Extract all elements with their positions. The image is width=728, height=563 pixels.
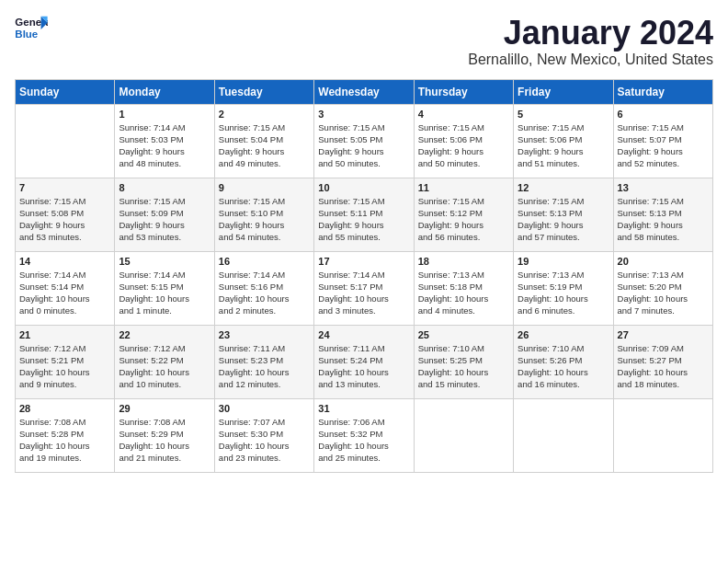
day-number: 8: [119, 182, 210, 193]
calendar-cell: 11Sunrise: 7:15 AMSunset: 5:12 PMDayligh…: [414, 178, 513, 251]
calendar-cell: 10Sunrise: 7:15 AMSunset: 5:11 PMDayligh…: [314, 178, 414, 251]
calendar-body: 1Sunrise: 7:14 AMSunset: 5:03 PMDaylight…: [16, 104, 713, 472]
day-number: 3: [318, 109, 409, 120]
day-info: Sunrise: 7:06 AMSunset: 5:32 PMDaylight:…: [318, 416, 409, 465]
calendar-cell: 24Sunrise: 7:11 AMSunset: 5:24 PMDayligh…: [314, 325, 414, 398]
calendar-cell: [414, 398, 513, 472]
day-number: 18: [418, 256, 509, 267]
logo: General Blue: [15, 15, 48, 42]
day-number: 9: [219, 182, 310, 193]
day-number: 10: [318, 182, 409, 193]
title-block: January 2024 Bernalillo, New Mexico, Uni…: [468, 15, 713, 68]
day-number: 25: [418, 329, 509, 340]
calendar-cell: 8Sunrise: 7:15 AMSunset: 5:09 PMDaylight…: [115, 178, 214, 251]
day-number: 15: [119, 256, 210, 267]
day-number: 31: [318, 403, 409, 414]
day-info: Sunrise: 7:13 AMSunset: 5:19 PMDaylight:…: [518, 269, 609, 317]
day-info: Sunrise: 7:11 AMSunset: 5:24 PMDaylight:…: [318, 342, 409, 391]
day-number: 20: [618, 256, 709, 267]
day-number: 12: [518, 182, 609, 193]
logo-icon: General Blue: [15, 15, 48, 42]
day-number: 24: [318, 329, 409, 340]
calendar-cell: 3Sunrise: 7:15 AMSunset: 5:05 PMDaylight…: [314, 104, 414, 178]
day-number: 23: [219, 329, 310, 340]
day-info: Sunrise: 7:15 AMSunset: 5:04 PMDaylight:…: [219, 121, 310, 170]
day-info: Sunrise: 7:11 AMSunset: 5:23 PMDaylight:…: [219, 342, 310, 391]
week-row-4: 28Sunrise: 7:08 AMSunset: 5:28 PMDayligh…: [16, 398, 713, 472]
calendar-cell: 26Sunrise: 7:10 AMSunset: 5:26 PMDayligh…: [514, 325, 613, 398]
day-number: 11: [418, 182, 509, 193]
day-number: 19: [518, 256, 609, 267]
day-info: Sunrise: 7:07 AMSunset: 5:30 PMDaylight:…: [219, 416, 310, 465]
day-header-tuesday: Tuesday: [214, 79, 313, 104]
calendar-cell: 22Sunrise: 7:12 AMSunset: 5:22 PMDayligh…: [115, 325, 214, 398]
day-header-saturday: Saturday: [613, 79, 712, 104]
calendar-cell: [514, 398, 613, 472]
calendar-cell: [613, 398, 712, 472]
calendar-cell: 21Sunrise: 7:12 AMSunset: 5:21 PMDayligh…: [16, 325, 115, 398]
day-number: 26: [518, 329, 609, 340]
day-info: Sunrise: 7:08 AMSunset: 5:29 PMDaylight:…: [119, 416, 210, 465]
location: Bernalillo, New Mexico, United States: [468, 52, 713, 68]
day-info: Sunrise: 7:13 AMSunset: 5:20 PMDaylight:…: [618, 269, 709, 317]
calendar-cell: 5Sunrise: 7:15 AMSunset: 5:06 PMDaylight…: [514, 104, 613, 178]
day-info: Sunrise: 7:15 AMSunset: 5:13 PMDaylight:…: [618, 195, 709, 244]
day-info: Sunrise: 7:08 AMSunset: 5:28 PMDaylight:…: [19, 416, 110, 465]
day-header-sunday: Sunday: [16, 79, 115, 104]
calendar-cell: 29Sunrise: 7:08 AMSunset: 5:29 PMDayligh…: [115, 398, 214, 472]
calendar-cell: 12Sunrise: 7:15 AMSunset: 5:13 PMDayligh…: [514, 178, 613, 251]
calendar-cell: 9Sunrise: 7:15 AMSunset: 5:10 PMDaylight…: [214, 178, 313, 251]
calendar-cell: 16Sunrise: 7:14 AMSunset: 5:16 PMDayligh…: [214, 251, 313, 325]
calendar-cell: 13Sunrise: 7:15 AMSunset: 5:13 PMDayligh…: [613, 178, 712, 251]
day-info: Sunrise: 7:15 AMSunset: 5:12 PMDaylight:…: [418, 195, 509, 244]
calendar-cell: 4Sunrise: 7:15 AMSunset: 5:06 PMDaylight…: [414, 104, 513, 178]
calendar-cell: 18Sunrise: 7:13 AMSunset: 5:18 PMDayligh…: [414, 251, 513, 325]
svg-text:Blue: Blue: [15, 29, 38, 40]
day-info: Sunrise: 7:10 AMSunset: 5:26 PMDaylight:…: [518, 342, 609, 391]
week-row-1: 7Sunrise: 7:15 AMSunset: 5:08 PMDaylight…: [16, 178, 713, 251]
calendar-table: SundayMondayTuesdayWednesdayThursdayFrid…: [15, 79, 713, 473]
day-number: 21: [19, 329, 110, 340]
calendar-cell: [16, 104, 115, 178]
day-info: Sunrise: 7:15 AMSunset: 5:10 PMDaylight:…: [219, 195, 310, 244]
day-info: Sunrise: 7:14 AMSunset: 5:17 PMDaylight:…: [318, 269, 409, 317]
week-row-2: 14Sunrise: 7:14 AMSunset: 5:14 PMDayligh…: [16, 251, 713, 325]
day-number: 7: [19, 182, 110, 193]
day-number: 17: [318, 256, 409, 267]
day-number: 6: [618, 109, 709, 120]
day-info: Sunrise: 7:15 AMSunset: 5:06 PMDaylight:…: [418, 121, 509, 170]
day-number: 5: [518, 109, 609, 120]
day-info: Sunrise: 7:15 AMSunset: 5:06 PMDaylight:…: [518, 121, 609, 170]
calendar-cell: 7Sunrise: 7:15 AMSunset: 5:08 PMDaylight…: [16, 178, 115, 251]
page-header: General Blue January 2024 Bernalillo, Ne…: [15, 15, 713, 68]
day-info: Sunrise: 7:14 AMSunset: 5:14 PMDaylight:…: [19, 269, 110, 317]
day-number: 27: [618, 329, 709, 340]
day-header-thursday: Thursday: [414, 79, 513, 104]
day-number: 2: [219, 109, 310, 120]
day-info: Sunrise: 7:09 AMSunset: 5:27 PMDaylight:…: [618, 342, 709, 391]
day-number: 22: [119, 329, 210, 340]
calendar-cell: 14Sunrise: 7:14 AMSunset: 5:14 PMDayligh…: [16, 251, 115, 325]
month-title: January 2024: [468, 15, 713, 52]
calendar-cell: 30Sunrise: 7:07 AMSunset: 5:30 PMDayligh…: [214, 398, 313, 472]
day-info: Sunrise: 7:15 AMSunset: 5:09 PMDaylight:…: [119, 195, 210, 244]
calendar-cell: 19Sunrise: 7:13 AMSunset: 5:19 PMDayligh…: [514, 251, 613, 325]
day-info: Sunrise: 7:15 AMSunset: 5:13 PMDaylight:…: [518, 195, 609, 244]
day-info: Sunrise: 7:12 AMSunset: 5:21 PMDaylight:…: [19, 342, 110, 391]
day-info: Sunrise: 7:14 AMSunset: 5:16 PMDaylight:…: [219, 269, 310, 317]
day-number: 13: [618, 182, 709, 193]
calendar-cell: 23Sunrise: 7:11 AMSunset: 5:23 PMDayligh…: [214, 325, 313, 398]
calendar-cell: 20Sunrise: 7:13 AMSunset: 5:20 PMDayligh…: [613, 251, 712, 325]
calendar-cell: 25Sunrise: 7:10 AMSunset: 5:25 PMDayligh…: [414, 325, 513, 398]
calendar-cell: 15Sunrise: 7:14 AMSunset: 5:15 PMDayligh…: [115, 251, 214, 325]
day-number: 28: [19, 403, 110, 414]
day-info: Sunrise: 7:15 AMSunset: 5:05 PMDaylight:…: [318, 121, 409, 170]
day-info: Sunrise: 7:12 AMSunset: 5:22 PMDaylight:…: [119, 342, 210, 391]
day-number: 4: [418, 109, 509, 120]
day-info: Sunrise: 7:14 AMSunset: 5:03 PMDaylight:…: [119, 121, 210, 170]
calendar-cell: 1Sunrise: 7:14 AMSunset: 5:03 PMDaylight…: [115, 104, 214, 178]
day-header-monday: Monday: [115, 79, 214, 104]
calendar-cell: 6Sunrise: 7:15 AMSunset: 5:07 PMDaylight…: [613, 104, 712, 178]
day-number: 30: [219, 403, 310, 414]
day-info: Sunrise: 7:15 AMSunset: 5:11 PMDaylight:…: [318, 195, 409, 244]
